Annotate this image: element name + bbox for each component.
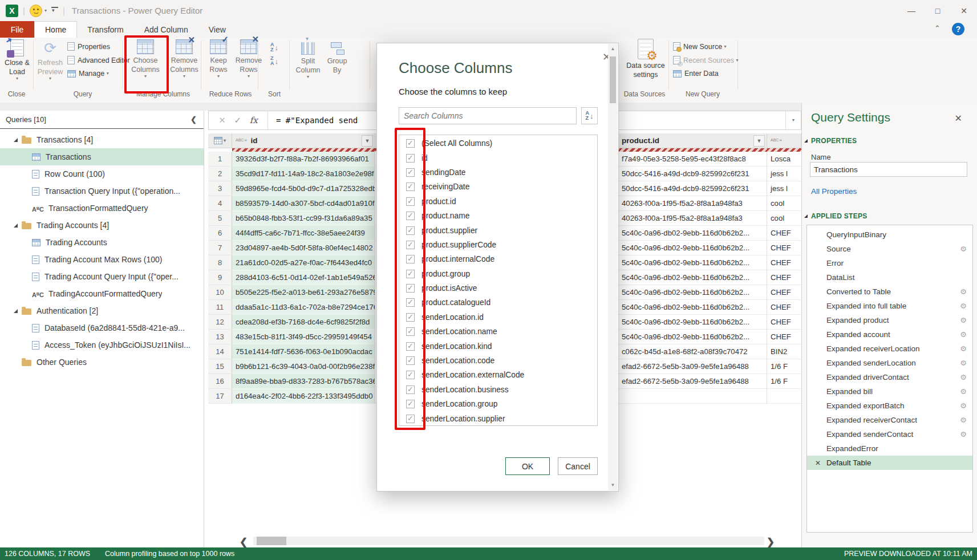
column-list-item[interactable]: senderLocation.code: [399, 354, 597, 368]
cell-id[interactable]: 483e15cb-81f1-3f49-d5cc-29959149f454: [232, 330, 375, 344]
cell-product-name[interactable]: CHEF: [767, 270, 801, 285]
quick-access-toolbar-icon[interactable]: [51, 7, 58, 14]
column-list-item[interactable]: product.catalogueId: [399, 295, 597, 310]
scroll-down-icon[interactable]: [608, 480, 618, 490]
column-header-product-id[interactable]: product.id ▼: [619, 133, 767, 148]
applied-step[interactable]: Expanded into full table: [807, 299, 972, 313]
applied-step[interactable]: Expanded driverContact: [807, 370, 972, 384]
gear-icon[interactable]: [960, 316, 967, 324]
cell-id[interactable]: 59d8965e-fcd4-5b0d-d9c7-d1a725328edb: [232, 181, 375, 196]
row-number[interactable]: 3: [208, 181, 232, 196]
cell-id[interactable]: b65b0848-fbb3-53f1-cc99-f31da6a89a35: [232, 211, 375, 226]
gear-icon[interactable]: [960, 373, 967, 382]
applied-step[interactable]: QueryInputBinary: [807, 228, 972, 242]
applied-step[interactable]: Error: [807, 256, 972, 270]
column-list-item[interactable]: senderLocation.id: [399, 310, 597, 324]
row-number[interactable]: 12: [208, 315, 232, 330]
applied-step[interactable]: Source: [807, 242, 972, 256]
minimize-button[interactable]: —: [898, 0, 925, 21]
row-number[interactable]: 14: [208, 344, 232, 359]
cell-product-name[interactable]: 1/6 F: [767, 359, 801, 374]
cell-product-name[interactable]: jess l: [767, 167, 801, 181]
enter-data-button[interactable]: Enter Data: [673, 70, 719, 78]
remove-columns-button[interactable]: Remove Columns: [168, 39, 201, 79]
expand-triangle-icon[interactable]: [14, 138, 18, 142]
cell-product-name[interactable]: CHEF: [767, 285, 801, 300]
recent-sources-button[interactable]: Recent Sources: [673, 56, 738, 64]
column-header-partial[interactable]: [767, 133, 801, 148]
sort-descending-button[interactable]: Z A: [270, 56, 278, 66]
scrollbar-thumb[interactable]: [610, 56, 616, 103]
cell-id[interactable]: 39326d3f-b2f7-f88a-7b2f-86993966af01: [232, 152, 375, 167]
cell-id[interactable]: 35cd9d17-fd11-14a9-18c2-8a1803e2e98f: [232, 167, 375, 181]
cell-product-name[interactable]: CHEF: [767, 226, 801, 241]
cell-product-id[interactable]: efad2-6672-5e5b-3a09-9e5fe1a96488: [619, 374, 767, 389]
smiley-dropdown-icon[interactable]: [44, 9, 47, 13]
cell-id[interactable]: 288d4103-6c51-0d14-02ef-1ab1e549a526: [232, 270, 375, 285]
row-number[interactable]: 7: [208, 241, 232, 255]
filter-dropdown-icon[interactable]: ▼: [362, 135, 373, 147]
cell-product-name[interactable]: cool: [767, 211, 801, 226]
cell-id[interactable]: 21a61dc0-02d5-a27e-f0ac-7f6443ed4fc0: [232, 255, 375, 270]
keep-rows-button[interactable]: Keep Rows: [205, 39, 232, 79]
column-list-item[interactable]: senderLocation.business: [399, 383, 597, 397]
cell-product-id[interactable]: 5c40c-0a96-db02-9ebb-116d0b62b2...: [619, 241, 767, 255]
column-list-item[interactable]: senderLocation.kind: [399, 339, 597, 353]
table-corner-button[interactable]: [208, 133, 232, 148]
collapse-section-icon[interactable]: [804, 139, 808, 143]
query-tree-item[interactable]: Authentication [2]: [0, 302, 204, 319]
refresh-preview-button[interactable]: Refresh Preview: [35, 39, 65, 81]
applied-step[interactable]: Expanded senderContact: [807, 427, 972, 441]
column-type-icon[interactable]: [236, 138, 248, 143]
cell-product-id[interactable]: 40263-f00a-1f95-f5a2-8f8a1a948fa3: [619, 196, 767, 211]
cell-product-id[interactable]: c062c-b45d-a1e8-68f2-a08f39c70472: [619, 344, 767, 359]
delete-step-icon[interactable]: [815, 459, 826, 467]
query-tree-item[interactable]: Access_Token (eyJhbGciOiJSUzI1NiIsI...: [0, 336, 204, 354]
filter-dropdown-icon[interactable]: ▼: [753, 135, 765, 147]
query-tree-item[interactable]: TradingAccountFormattedQuery: [0, 285, 204, 302]
row-number[interactable]: 8: [208, 255, 232, 270]
sort-columns-button[interactable]: A Z: [581, 107, 598, 124]
cell-product-id[interactable]: 5c40c-0a96-db02-9ebb-116d0b62b2...: [619, 270, 767, 285]
cell-product-name[interactable]: BIN2: [767, 344, 801, 359]
applied-step[interactable]: ExpandedError: [807, 441, 972, 456]
dialog-scrollbar[interactable]: [608, 44, 618, 490]
cell-product-name[interactable]: CHEF: [767, 330, 801, 344]
cell-id[interactable]: ddaa5a1c-11d3-6a1c-702a-b8e7294ce176: [232, 300, 375, 315]
column-list-item[interactable]: sendingDate: [399, 165, 597, 180]
column-header-id[interactable]: id ▼: [232, 133, 375, 148]
cell-product-name[interactable]: CHEF: [767, 300, 801, 315]
tab-home[interactable]: Home: [34, 21, 77, 38]
query-tree-item[interactable]: Trading Accounts: [0, 234, 204, 251]
data-source-settings-button[interactable]: Data source settings: [625, 39, 666, 79]
cell-product-name[interactable]: 1/6 F: [767, 374, 801, 389]
search-columns-input[interactable]: [399, 107, 577, 124]
formula-expand-icon[interactable]: [785, 111, 801, 129]
gear-icon[interactable]: [960, 401, 967, 410]
scroll-right-icon[interactable]: [767, 536, 775, 548]
cell-product-name[interactable]: [767, 389, 801, 404]
cell-id[interactable]: 751e1414-fdf7-5636-f063-0e1b090acdac: [232, 344, 375, 359]
query-tree-item[interactable]: Transactions [4]: [0, 131, 204, 148]
gear-icon[interactable]: [960, 416, 967, 424]
query-tree-item[interactable]: TransactionFormattedQuery: [0, 200, 204, 217]
cell-id[interactable]: cdea208d-ef3b-7168-dc4e-6cf9825f2f8d: [232, 315, 375, 330]
applied-step[interactable]: Expanded senderLocation: [807, 356, 972, 370]
applied-step[interactable]: Expanded bill: [807, 384, 972, 399]
all-properties-link[interactable]: All Properties: [811, 187, 857, 196]
cell-product-id[interactable]: 5c40c-0a96-db02-9ebb-116d0b62b2...: [619, 226, 767, 241]
column-list-item[interactable]: id: [399, 151, 597, 165]
new-source-button[interactable]: New Source: [673, 42, 727, 51]
cell-product-id[interactable]: 40263-f00a-1f95-f5a2-8f8a1a948fa3: [619, 211, 767, 226]
collapse-section-icon[interactable]: [804, 214, 808, 218]
cell-product-name[interactable]: jess l: [767, 181, 801, 196]
query-tree-item[interactable]: Trading Account Query Input ({"oper...: [0, 268, 204, 285]
query-tree-item[interactable]: Other Queries: [0, 354, 204, 371]
cell-id[interactable]: b505e225-f5e2-a013-be61-293a276e5879: [232, 285, 375, 300]
cell-id[interactable]: 8f9aa89e-bba9-d833-7283-b767b578ac36: [232, 374, 375, 389]
cell-product-name[interactable]: cool: [767, 196, 801, 211]
applied-step[interactable]: Default Table: [807, 456, 972, 470]
tab-view[interactable]: View: [198, 21, 236, 38]
applied-step[interactable]: DataList: [807, 270, 972, 285]
advanced-editor-button[interactable]: Advanced Editor: [67, 56, 130, 64]
